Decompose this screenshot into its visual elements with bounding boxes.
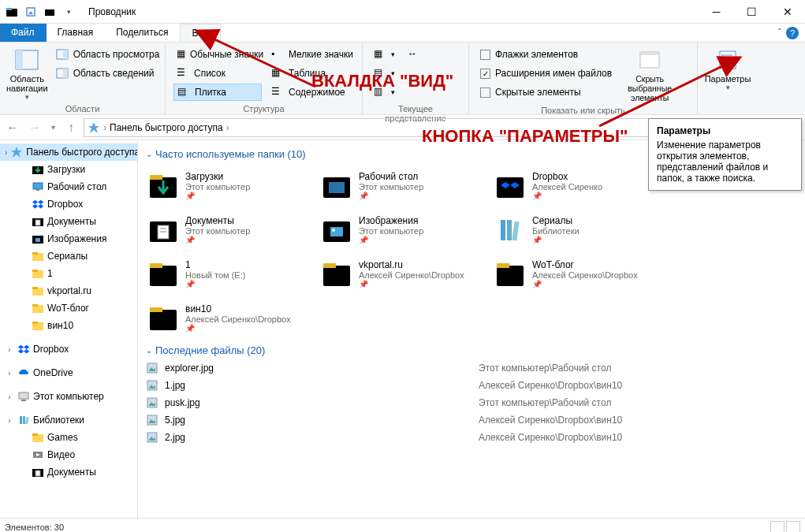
svg-rect-1 (6, 8, 12, 10)
nav-item[interactable]: Рабочий стол (0, 178, 137, 195)
svg-rect-60 (512, 221, 519, 241)
nav-item[interactable]: Изображения (0, 230, 137, 247)
back-button[interactable]: ← (3, 118, 22, 137)
svg-rect-3 (45, 9, 54, 16)
nav-item[interactable]: ›OneDrive (0, 364, 137, 381)
folder-tile[interactable]: WoT-блогАлексей Сиренко\Dropbox📌 (493, 251, 666, 296)
folder-tile[interactable]: 1Новый том (E:)📌 (146, 251, 319, 296)
navigation-tree[interactable]: ›Панель быстрого доступаЗагрузкиРабочий … (0, 140, 138, 518)
tab-home[interactable]: Главная (47, 24, 106, 42)
file-row[interactable]: pusk.jpgЭтот компьютер\Рабочий стол (146, 394, 797, 411)
dropbox-icon (17, 343, 30, 355)
folder-icon (32, 267, 44, 280)
up-button[interactable]: ↑ (61, 118, 80, 137)
svg-rect-20 (33, 183, 43, 189)
tab-file[interactable]: Файл (0, 24, 47, 42)
svg-rect-64 (323, 263, 336, 268)
layout-content[interactable]: ☰Содержимое (268, 84, 356, 101)
close-button[interactable]: ✕ (770, 0, 805, 24)
nav-item[interactable]: Сериалы (0, 247, 137, 265)
nav-item[interactable]: ›Библиотеки (0, 411, 137, 429)
minimize-button[interactable]: ─ (699, 0, 734, 24)
svg-rect-61 (150, 266, 177, 286)
file-row[interactable]: 5.jpgАлексей Сиренко\Dropbox\вин10 (146, 411, 797, 429)
svg-point-57 (332, 229, 335, 232)
file-row[interactable]: 2.jpgАлексей Сиренко\Dropbox\вин10 (146, 429, 797, 446)
svg-rect-67 (150, 310, 177, 330)
desktop-icon (32, 180, 44, 193)
help-icon[interactable]: ? (786, 27, 799, 39)
tab-share[interactable]: Поделиться (105, 24, 180, 42)
nav-item[interactable]: ›Этот компьютер (0, 388, 137, 405)
nav-item[interactable]: Dropbox (0, 195, 137, 213)
maximize-button[interactable]: ☐ (734, 0, 770, 24)
folder-tile[interactable]: vkportal.ruАлексей Сиренко\Dropbox📌 (319, 251, 493, 296)
tab-view[interactable]: Вид (180, 24, 221, 42)
folder-tile[interactable]: вин10Алексей Сиренко\Dropbox📌 (146, 296, 319, 340)
file-extensions-toggle[interactable]: ✓Расширения имен файлов (477, 65, 615, 82)
group-by-button[interactable]: ▤▾ (371, 65, 398, 82)
folder-icon (147, 169, 179, 201)
forward-button[interactable]: → (25, 118, 44, 137)
layout-details[interactable]: ▦Таблица (268, 65, 356, 82)
explorer-icon (3, 3, 20, 20)
folder-tile[interactable]: ДокументыЭтот компьютер📌 (146, 207, 319, 251)
nav-item[interactable]: Документы (0, 213, 137, 230)
recent-files-header[interactable]: ⌄ Последние файлы (20) (138, 340, 805, 359)
navigation-pane-button[interactable]: Область навигации ▾ (5, 44, 50, 102)
svg-point-16 (721, 54, 723, 56)
layout-tiles[interactable]: ▤Плитка (173, 84, 262, 101)
options-button[interactable]: Параметры ▾ (703, 44, 753, 111)
nav-item[interactable]: вин10 (0, 317, 137, 334)
nav-item[interactable]: WoT-блог (0, 299, 137, 317)
add-columns-button[interactable]: ▥▾ (371, 84, 398, 101)
file-row[interactable]: explorer.jpgЭтот компьютер\Рабочий стол (146, 359, 797, 377)
nav-item[interactable]: ›Dropbox (0, 340, 137, 358)
hidden-items-toggle[interactable]: Скрытые элементы (477, 84, 615, 101)
image-file-icon (146, 431, 158, 444)
nav-item[interactable]: Видео (0, 446, 137, 463)
qat-newfolder-icon[interactable] (41, 3, 58, 20)
svg-rect-49 (329, 182, 345, 193)
svg-rect-63 (323, 266, 350, 286)
nav-item[interactable]: Документы (0, 463, 137, 481)
nav-item[interactable]: Games (0, 429, 137, 446)
recent-locations-button[interactable]: ▾ (47, 118, 58, 137)
svg-rect-50 (497, 177, 524, 198)
nav-item[interactable]: ›Панель быстрого доступа (0, 143, 137, 161)
size-all-columns-button[interactable]: ↔ (404, 46, 423, 63)
nav-item[interactable]: vkportal.ru (0, 282, 137, 299)
doc-icon (32, 466, 44, 478)
layout-small-icons[interactable]: ▪Мелкие значки (268, 46, 356, 63)
folder-icon (32, 285, 44, 297)
tiles-view-button[interactable] (786, 521, 800, 533)
folder-tile[interactable]: Рабочий столЭтот компьютер📌 (319, 163, 493, 207)
file-row[interactable]: 1.jpgАлексей Сиренко\Dropbox\вин10 (146, 377, 797, 394)
content-area: ⌄ Часто используемые папки (10) Загрузки… (138, 140, 805, 518)
folder-tile[interactable]: DropboxАлексей Сиренко📌 (493, 163, 666, 207)
qat-properties-icon[interactable] (22, 3, 39, 20)
collapse-ribbon-icon[interactable]: ˆ (778, 28, 781, 39)
folder-icon (32, 250, 44, 262)
svg-rect-35 (32, 322, 38, 324)
sort-by-button[interactable]: ▦▾ (371, 46, 398, 63)
nav-item[interactable]: Загрузки (0, 161, 137, 178)
image-file-icon (146, 396, 158, 409)
folder-tile[interactable]: СериалыБиблиотеки📌 (493, 207, 666, 251)
layout-list[interactable]: ☰Список (173, 65, 262, 82)
svg-rect-23 (35, 220, 40, 225)
pin-icon: 📌 (532, 192, 665, 200)
nav-item[interactable]: 1 (0, 265, 137, 282)
layout-medium-icons[interactable]: ▦Обычные значки (173, 46, 262, 63)
details-view-button[interactable] (770, 521, 785, 533)
folder-tile[interactable]: ИзображенияЭтот компьютер📌 (319, 207, 493, 251)
hide-selected-button[interactable]: Скрыть выбранные элементы (618, 44, 681, 104)
folder-tile[interactable]: ЗагрузкиЭтот компьютер📌 (146, 163, 319, 207)
svg-rect-42 (32, 433, 38, 436)
qat-dropdown-icon[interactable]: ▾ (60, 3, 77, 20)
item-checkboxes-toggle[interactable]: Флажки элементов (477, 46, 615, 63)
details-pane-button[interactable]: Область сведений (53, 65, 163, 82)
pc-icon (17, 390, 30, 403)
lib-icon (17, 414, 30, 426)
preview-pane-button[interactable]: Область просмотра (53, 46, 163, 63)
